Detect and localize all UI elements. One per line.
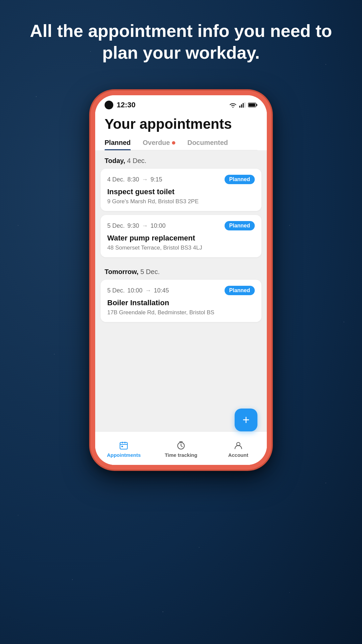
appointment-address: 17B Greendale Rd, Bedminster, Bristol BS	[107, 309, 255, 316]
appointment-card[interactable]: 5 Dec. 9:30 → 10:00 Planned Water pump r…	[101, 215, 261, 257]
nav-item-account[interactable]: Account	[209, 441, 267, 458]
date-section-today: Today, 4 Dec.	[95, 150, 267, 169]
page-title: Your appointments	[105, 116, 257, 132]
overdue-dot	[172, 141, 175, 145]
phone-frame: 12:30	[90, 91, 272, 470]
card-time: 5 Dec. 10:00 → 10:45	[107, 287, 169, 294]
plus-icon: +	[242, 414, 249, 426]
nav-item-appointments[interactable]: Appointments	[95, 441, 153, 458]
account-icon	[234, 441, 243, 450]
signal-icon	[239, 102, 245, 108]
bottom-navigation: Appointments Time tracking	[95, 431, 267, 465]
svg-rect-3	[244, 102, 245, 108]
nav-item-time-tracking[interactable]: Time tracking	[153, 441, 210, 458]
card-top: 5 Dec. 9:30 → 10:00 Planned	[107, 221, 255, 230]
card-time: 4 Dec. 8:30 → 9:15	[107, 176, 162, 183]
date-section-tomorrow: Tomorrow, 5 Dec.	[95, 261, 267, 280]
card-time: 5 Dec. 9:30 → 10:00	[107, 222, 166, 229]
appointment-title: Inspect guest toilet	[107, 187, 255, 196]
tabs-bar: Planned Overdue Documented	[105, 139, 257, 150]
appointment-card[interactable]: 4 Dec. 8:30 → 9:15 Planned Inspect guest…	[101, 169, 261, 211]
appointment-card[interactable]: 5 Dec. 10:00 → 10:45 Planned Boiler Inst…	[101, 280, 261, 322]
nav-label-time-tracking: Time tracking	[165, 452, 197, 458]
appointment-address: 9 Gore's Marsh Rd, Bristol BS3 2PE	[107, 198, 255, 205]
tab-documented[interactable]: Documented	[187, 139, 228, 150]
status-bar: 12:30	[95, 95, 267, 109]
nav-label-appointments: Appointments	[107, 452, 141, 458]
add-button[interactable]: +	[235, 409, 257, 431]
tab-overdue[interactable]: Overdue	[143, 139, 175, 150]
svg-rect-0	[239, 106, 240, 108]
time-tracking-icon	[176, 441, 186, 450]
svg-rect-1	[241, 104, 242, 108]
svg-rect-9	[125, 442, 126, 443]
page-header: Your appointments Planned Overdue Docume…	[95, 109, 267, 150]
status-badge: Planned	[225, 221, 255, 230]
svg-rect-6	[249, 104, 255, 107]
nav-label-account: Account	[228, 452, 248, 458]
battery-icon	[248, 103, 257, 107]
card-top: 5 Dec. 10:00 → 10:45 Planned	[107, 286, 255, 295]
svg-rect-11	[121, 446, 123, 447]
app-content: Your appointments Planned Overdue Docume…	[95, 109, 267, 458]
svg-rect-5	[256, 104, 257, 106]
appointment-address: 48 Somerset Terrace, Bristol BS3 4LJ	[107, 245, 255, 251]
svg-line-14	[181, 446, 182, 447]
hero-heading: All the appointment info you need to pla…	[0, 20, 362, 64]
svg-rect-2	[243, 103, 244, 108]
status-time: 12:30	[117, 101, 135, 109]
date-label-today: Today, 4 Dec.	[105, 157, 257, 165]
date-label-tomorrow: Tomorrow, 5 Dec.	[105, 268, 257, 276]
arrow-icon: →	[142, 176, 148, 183]
appointment-title: Boiler Installation	[107, 299, 255, 307]
status-icons	[229, 102, 257, 108]
svg-rect-8	[122, 442, 123, 443]
appointments-icon	[119, 441, 128, 450]
phone-screen: 12:30	[95, 95, 267, 465]
tab-planned[interactable]: Planned	[105, 139, 131, 150]
arrow-icon: →	[142, 222, 148, 229]
svg-rect-7	[120, 442, 127, 449]
status-badge: Planned	[225, 286, 255, 295]
status-badge: Planned	[225, 175, 255, 184]
camera-notch	[105, 101, 113, 109]
appointment-title: Water pump replacement	[107, 234, 255, 243]
arrow-icon: →	[145, 287, 151, 294]
card-top: 4 Dec. 8:30 → 9:15 Planned	[107, 175, 255, 184]
wifi-icon	[229, 102, 237, 108]
